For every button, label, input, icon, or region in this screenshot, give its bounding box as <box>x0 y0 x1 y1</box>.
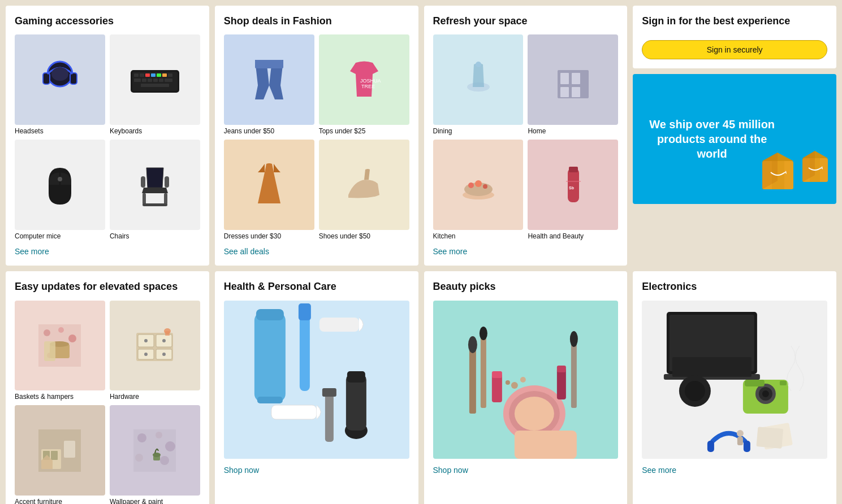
svg-rect-27 <box>255 60 283 68</box>
fashion-see-all[interactable]: See all deals <box>224 247 269 256</box>
fashion-dresses[interactable]: Dresses under $30 <box>224 140 314 240</box>
shipping-banner: We ship over 45 million products around … <box>633 74 836 204</box>
gaming-item-keyboards[interactable]: Keyboards <box>110 34 200 135</box>
space-kitchen[interactable]: Kitchen <box>433 140 524 240</box>
space-health-beauty[interactable]: Sb Health and Beauty <box>528 140 618 240</box>
kitchen-label: Kitchen <box>433 232 524 240</box>
svg-rect-11 <box>162 73 167 77</box>
svg-rect-93 <box>322 388 336 397</box>
svg-point-81 <box>165 441 175 451</box>
gaming-item-headsets[interactable]: Headsets <box>15 34 105 135</box>
svg-text:Sb: Sb <box>569 186 574 190</box>
svg-point-112 <box>511 382 517 389</box>
home-baskets[interactable]: Baskets & hampers <box>15 301 105 401</box>
svg-rect-44 <box>566 181 581 182</box>
gaming-item-chairs[interactable]: Chairs <box>110 140 200 240</box>
svg-rect-24 <box>143 203 167 206</box>
svg-rect-6 <box>134 73 139 77</box>
mouse-img <box>15 140 105 230</box>
health-beauty-img: Sb <box>528 140 618 230</box>
gaming-item-mice[interactable]: Computer mice <box>15 140 105 240</box>
svg-point-67 <box>144 339 148 342</box>
beauty-shop-link[interactable]: Shop now <box>433 466 468 475</box>
svg-rect-107 <box>480 334 486 408</box>
home-updates-card: Easy updates for elevated spaces <box>6 271 209 504</box>
svg-point-83 <box>160 456 169 465</box>
svg-point-41 <box>483 184 487 189</box>
svg-rect-86 <box>254 312 286 402</box>
home-hardware[interactable]: Hardware <box>110 301 200 401</box>
health-title: Health & Personal Care <box>224 280 409 293</box>
svg-rect-101 <box>491 374 502 402</box>
kitchen-img <box>433 140 524 230</box>
home-label: Home <box>528 127 618 135</box>
gaming-card: Gaming accessories Headsets <box>6 6 209 266</box>
signin-column: Sign in for the best experience Sign in … <box>633 6 836 266</box>
svg-rect-42 <box>568 168 579 202</box>
svg-point-80 <box>156 432 162 438</box>
svg-point-114 <box>505 380 509 385</box>
jeans-img <box>224 34 314 125</box>
electronics-card: Electronics <box>633 271 836 504</box>
svg-point-79 <box>137 433 146 442</box>
fashion-title: Shop deals in Fashion <box>224 15 409 28</box>
svg-point-40 <box>475 180 482 187</box>
fashion-shoes[interactable]: Shoes under $50 <box>319 140 409 240</box>
home-accent[interactable]: Accent furniture <box>15 405 105 504</box>
svg-rect-124 <box>780 381 787 385</box>
health-shop-link[interactable]: Shop now <box>224 466 259 475</box>
svg-rect-16 <box>153 79 158 82</box>
space-card: Refresh your space Dining <box>424 6 628 266</box>
svg-rect-97 <box>271 405 317 419</box>
svg-rect-111 <box>514 431 576 459</box>
dresses-img <box>224 140 314 230</box>
space-dining[interactable]: Dining <box>433 34 524 135</box>
svg-rect-103 <box>556 368 565 399</box>
space-title: Refresh your space <box>433 15 619 28</box>
svg-point-39 <box>468 183 474 188</box>
svg-rect-87 <box>256 309 284 320</box>
svg-rect-8 <box>145 73 150 77</box>
signin-button[interactable]: Sign in securely <box>642 40 827 59</box>
space-home[interactable]: Home <box>528 34 618 135</box>
svg-point-126 <box>685 381 705 401</box>
svg-rect-22 <box>143 193 146 205</box>
fashion-jeans[interactable]: Jeans under $50 <box>224 34 314 135</box>
svg-text:TREE: TREE <box>361 84 375 89</box>
home-wallpaper[interactable]: Wallpaper & paint <box>110 405 200 504</box>
svg-point-56 <box>58 327 64 333</box>
svg-rect-26 <box>165 176 169 188</box>
svg-point-85 <box>153 453 161 457</box>
svg-point-68 <box>162 339 166 342</box>
gaming-see-more[interactable]: See more <box>15 247 49 256</box>
svg-point-57 <box>68 334 76 342</box>
row-1: Gaming accessories Headsets <box>6 6 836 266</box>
home-grid: Baskets & hampers <box>15 301 200 504</box>
svg-point-106 <box>468 336 477 353</box>
svg-rect-9 <box>151 73 156 77</box>
svg-rect-88 <box>257 397 283 403</box>
keyboards-label: Keyboards <box>110 127 200 135</box>
accent-label: Accent furniture <box>15 498 105 504</box>
health-img <box>224 301 409 459</box>
svg-rect-61 <box>44 341 55 361</box>
tops-img: JOSHUA TREE <box>319 34 409 125</box>
svg-rect-1 <box>43 73 50 84</box>
beauty-title: Beauty picks <box>433 280 619 293</box>
dresses-label: Dresses under $30 <box>224 232 314 240</box>
electronics-see-more[interactable]: See more <box>642 466 676 475</box>
svg-rect-76 <box>51 451 58 460</box>
hardware-img <box>110 301 200 391</box>
shoes-img <box>319 140 409 230</box>
svg-rect-33 <box>560 73 569 84</box>
chair-img <box>110 140 200 230</box>
mice-label: Computer mice <box>15 232 105 240</box>
space-see-more[interactable]: See more <box>433 247 468 256</box>
wallpaper-label: Wallpaper & paint <box>110 498 200 504</box>
electronics-img <box>642 301 827 459</box>
svg-rect-13 <box>134 79 141 82</box>
svg-rect-35 <box>560 87 569 97</box>
fashion-tops[interactable]: JOSHUA TREE Tops under $25 <box>319 34 409 135</box>
space-grid: Dining Home <box>433 34 619 240</box>
svg-rect-109 <box>571 340 576 408</box>
